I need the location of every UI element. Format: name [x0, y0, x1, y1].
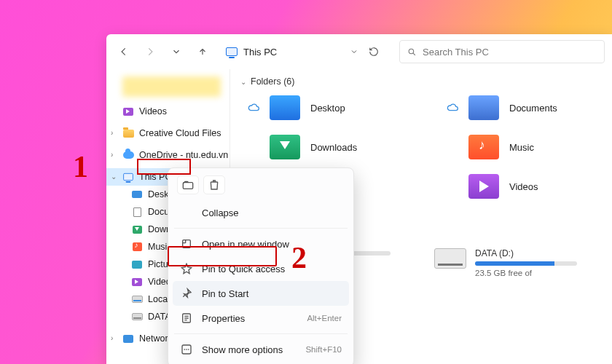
- delete-button[interactable]: [203, 175, 225, 194]
- context-menu: Collapse Open in new window Pin to Quick…: [168, 167, 354, 364]
- search-icon: [407, 47, 417, 57]
- folder-desktop[interactable]: Desktop: [248, 95, 403, 120]
- search-placeholder: Search This PC: [423, 47, 489, 58]
- star-icon: [180, 262, 193, 275]
- drive-usage-bar: [475, 261, 577, 266]
- context-properties[interactable]: Properties Alt+Enter: [173, 306, 349, 331]
- more-icon: [180, 343, 193, 356]
- this-pc-icon: [226, 47, 238, 56]
- svg-point-0: [409, 49, 414, 54]
- drive-d[interactable]: DATA (D:) 23.5 GB free of: [434, 248, 577, 277]
- folder-icon: [468, 135, 499, 159]
- cloud-status-icon: [248, 103, 259, 114]
- folder-icon: [468, 174, 499, 199]
- context-collapse[interactable]: Collapse: [173, 200, 349, 225]
- folder-documents[interactable]: Documents: [447, 95, 602, 120]
- open-window-icon: [180, 237, 193, 250]
- cloud-status-icon: [447, 103, 458, 114]
- up-button[interactable]: [192, 41, 213, 62]
- annotation-1: 1: [73, 149, 88, 184]
- folder-downloads[interactable]: Downloads: [248, 135, 403, 159]
- svg-point-5: [184, 349, 185, 350]
- chevron-down-icon: ⌄: [240, 78, 246, 86]
- folder-videos[interactable]: Videos: [447, 174, 602, 199]
- chevron-down-icon[interactable]: [350, 47, 358, 56]
- new-folder-button[interactable]: [177, 175, 199, 194]
- blurred-region: [122, 76, 221, 97]
- context-pin-quick-access[interactable]: Pin to Quick access: [173, 256, 349, 281]
- annotation-2: 2: [291, 240, 307, 275]
- chevron-down-icon[interactable]: [166, 41, 187, 62]
- refresh-icon[interactable]: [369, 47, 379, 57]
- context-open-new-window[interactable]: Open in new window: [173, 232, 349, 256]
- sidebar-item-creative-cloud[interactable]: ›Creative Cloud Files: [106, 124, 230, 142]
- drive-icon: [434, 248, 466, 269]
- search-input[interactable]: Search This PC: [399, 40, 605, 63]
- menu-separator: [174, 333, 348, 334]
- folder-icon: [270, 135, 300, 159]
- menu-separator: [174, 228, 348, 229]
- expand-icon[interactable]: ›: [111, 151, 113, 159]
- collapse-icon[interactable]: ⌄: [111, 173, 117, 181]
- back-button[interactable]: [114, 41, 134, 62]
- svg-point-6: [186, 349, 187, 350]
- folders-group-header[interactable]: ⌄ Folders (6): [240, 76, 602, 87]
- address-bar[interactable]: This PC: [219, 40, 386, 63]
- toolbar: This PC Search This PC: [106, 34, 612, 69]
- folder-icon: [468, 95, 499, 120]
- properties-icon: [180, 312, 193, 325]
- annotation-box-1: [137, 159, 191, 175]
- address-text: This PC: [243, 47, 277, 58]
- svg-rect-1: [183, 183, 192, 189]
- context-show-more[interactable]: Show more options Shift+F10: [173, 337, 349, 362]
- pin-icon: [180, 287, 193, 300]
- svg-point-7: [188, 349, 189, 350]
- svg-rect-2: [183, 240, 191, 248]
- folder-icon: [270, 95, 300, 120]
- context-menu-toolbar: [173, 173, 349, 200]
- forward-button[interactable]: [140, 41, 160, 62]
- sidebar-item-videos[interactable]: Videos: [106, 103, 230, 120]
- context-pin-to-start[interactable]: Pin to Start: [173, 281, 349, 306]
- folder-music[interactable]: Music: [447, 135, 602, 159]
- expand-icon[interactable]: ›: [111, 334, 113, 342]
- expand-icon[interactable]: ›: [111, 129, 113, 137]
